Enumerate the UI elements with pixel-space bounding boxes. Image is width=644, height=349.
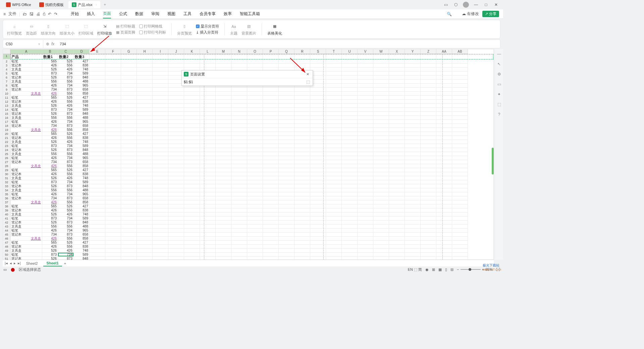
cloud-status[interactable]: ☁ 有修改 [462, 11, 479, 17]
view-page-icon[interactable]: ▯ [445, 267, 447, 272]
data-cell[interactable]: 526 [58, 132, 74, 136]
data-cell[interactable]: 427 [74, 204, 90, 208]
data-cell[interactable]: 848 [74, 148, 90, 152]
data-cell[interactable]: 658 [74, 88, 90, 92]
first-sheet-icon[interactable]: |◂ [5, 261, 8, 265]
data-cell[interactable]: 589 [74, 216, 90, 220]
header-cell[interactable]: 数量2 [58, 54, 74, 59]
data-cell[interactable]: 556 [58, 128, 74, 132]
print-gridlines-check[interactable]: 打印网格线 [139, 24, 166, 29]
data-cell[interactable]: 文具盒 [10, 249, 42, 253]
data-cell[interactable]: 铅笔 [10, 144, 42, 148]
print-titles-button[interactable]: ▤打印标题 [116, 24, 135, 29]
data-cell[interactable]: 426 [42, 164, 58, 168]
data-cell[interactable]: 文具盒 [10, 140, 42, 144]
data-cell[interactable]: 556 [58, 63, 74, 67]
data-cell[interactable]: 734 [58, 84, 74, 88]
data-cell[interactable]: 858 [74, 92, 90, 96]
data-cell[interactable]: 734 [58, 253, 74, 257]
app-tab-template[interactable]: 找稻壳模板 [36, 1, 67, 8]
data-cell[interactable]: 426 [42, 192, 58, 196]
data-cell[interactable]: 笔记本 [10, 233, 42, 237]
row-header[interactable]: 48 [3, 245, 10, 249]
row-header[interactable]: 35 [3, 192, 10, 196]
data-cell[interactable]: 734 [58, 108, 74, 112]
table-style-button[interactable]: ▦表格美化 [267, 23, 282, 36]
data-cell[interactable]: 748 [74, 249, 90, 253]
data-cell[interactable]: 文具盒 [10, 128, 42, 132]
data-cell[interactable]: 426 [42, 172, 58, 176]
data-cell[interactable]: 589 [74, 71, 90, 76]
data-cell[interactable]: 965 [74, 156, 90, 160]
next-sheet-icon[interactable]: ▸ [14, 261, 16, 265]
sheet-tab[interactable]: Sheet1 [43, 260, 62, 266]
data-cell[interactable]: 426 [58, 104, 74, 108]
column-header[interactable]: C [58, 49, 74, 54]
data-cell[interactable]: 873 [42, 253, 58, 257]
expand-icon[interactable]: ⊕ [46, 42, 49, 46]
row-header[interactable]: 9 [3, 88, 10, 92]
menu-item-7[interactable]: 工具 [183, 10, 192, 18]
data-cell[interactable]: 565 [42, 132, 58, 136]
data-cell[interactable]: 848 [74, 220, 90, 225]
column-header[interactable]: V [358, 49, 373, 54]
column-header[interactable]: AA [436, 49, 452, 54]
data-cell[interactable]: 526 [58, 241, 74, 245]
row-header[interactable]: 39 [3, 208, 10, 212]
print-rowcol-check[interactable]: 打印行号列标 [139, 30, 166, 35]
data-cell[interactable]: 426 [58, 67, 74, 71]
data-cell[interactable]: 734 [58, 180, 74, 184]
data-cell[interactable]: 铅笔 [10, 108, 42, 112]
row-header[interactable]: 11 [3, 96, 10, 100]
data-cell[interactable]: 556 [58, 80, 74, 84]
data-cell[interactable]: 文具盒 [10, 152, 42, 156]
data-cell[interactable]: 笔记本 [10, 112, 42, 116]
data-cell[interactable]: 铅笔 [10, 132, 42, 136]
data-cell[interactable]: 笔记本 [10, 100, 42, 104]
data-cell[interactable]: 556 [58, 136, 74, 140]
data-cell[interactable]: 734 [42, 233, 58, 237]
data-cell[interactable]: 526 [42, 220, 58, 225]
data-cell[interactable]: 铅笔 [10, 168, 42, 172]
column-header[interactable]: O [247, 49, 263, 54]
save-icon[interactable]: 🖫 [30, 12, 34, 16]
data-cell[interactable]: 铅笔 [10, 96, 42, 100]
menu-item-6[interactable]: 视图 [167, 10, 175, 18]
fx-icon[interactable]: fx [51, 42, 54, 46]
data-cell[interactable]: 858 [74, 200, 90, 204]
column-header[interactable]: K [184, 49, 200, 54]
data-cell[interactable]: 873 [42, 144, 58, 148]
data-cell[interactable]: 526 [42, 176, 58, 180]
app-tab-document[interactable]: S产品.xlsx· [68, 1, 100, 8]
data-cell[interactable]: 565 [42, 241, 58, 245]
data-cell[interactable]: 笔记本 [10, 245, 42, 249]
row-header[interactable]: 41 [3, 216, 10, 220]
row-header[interactable]: 15 [3, 112, 10, 116]
data-cell[interactable]: 873 [58, 233, 74, 237]
name-box[interactable]: C50▾ [3, 40, 43, 48]
data-cell[interactable]: 426 [42, 63, 58, 67]
row-header[interactable]: 3 [3, 63, 10, 67]
row-header[interactable]: 1 [3, 54, 10, 59]
data-cell[interactable]: 426 [42, 84, 58, 88]
data-cell[interactable]: 748 [74, 140, 90, 144]
data-cell[interactable]: 526 [42, 76, 58, 80]
data-cell[interactable]: 文具盒 [10, 176, 42, 180]
data-cell[interactable]: 556 [58, 116, 74, 120]
row-header[interactable]: 46 [3, 237, 10, 241]
row-header[interactable]: 26 [3, 156, 10, 160]
column-header[interactable]: T [326, 49, 342, 54]
data-cell[interactable]: 文具盒 [10, 237, 42, 241]
row-header[interactable]: 28 [3, 164, 10, 168]
menu-item-10[interactable]: 智能工具箱 [240, 10, 260, 18]
zoom-slider[interactable] [461, 269, 481, 270]
row-header[interactable]: 23 [3, 144, 10, 148]
row-header[interactable]: 4 [3, 67, 10, 71]
print-preview-icon[interactable]: ⎙ [43, 12, 45, 16]
column-header[interactable]: Q [279, 49, 294, 54]
data-cell[interactable]: 734 [42, 124, 58, 128]
data-cell[interactable]: 铅笔 [10, 120, 42, 124]
data-cell[interactable]: 658 [74, 233, 90, 237]
data-cell[interactable]: 526 [58, 168, 74, 172]
avatar[interactable] [463, 2, 469, 8]
